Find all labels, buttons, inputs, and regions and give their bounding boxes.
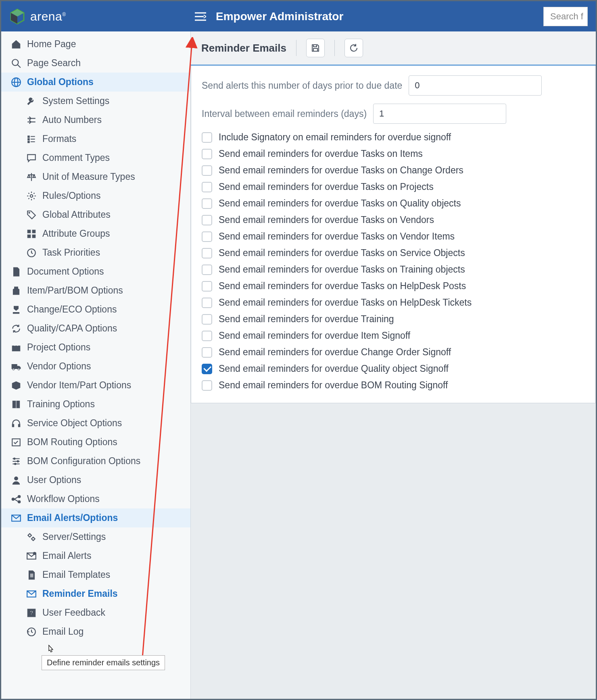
checkbox[interactable] [202, 198, 212, 209]
clock-icon [26, 248, 37, 258]
alert-icon [26, 551, 37, 561]
checkbox[interactable] [202, 231, 212, 242]
nav-label: Email Log [42, 626, 83, 637]
svg-line-7 [17, 65, 21, 68]
nav-section[interactable]: Vendor Options [1, 357, 190, 376]
svg-point-6 [12, 59, 18, 65]
nav-page-search[interactable]: Page Search [1, 54, 190, 73]
svg-point-19 [13, 368, 14, 370]
nav-section[interactable]: BOM Routing Options [1, 433, 190, 452]
svg-point-20 [18, 368, 19, 370]
nav-sub-item[interactable]: Server/Settings [1, 527, 190, 546]
checkbox[interactable] [202, 132, 212, 143]
checkbox-label: Send email reminders for overdue Tasks o… [219, 198, 461, 209]
nav-section[interactable]: Workflow Options [1, 490, 190, 508]
change-icon [11, 304, 21, 315]
checkbox-row: Send email reminders for overdue Tasks o… [202, 231, 585, 242]
nav-label: Vendor Options [27, 361, 91, 372]
numbers-icon [26, 115, 37, 125]
nav-sub-item[interactable]: Task Priorities [1, 243, 190, 262]
refresh-icon [349, 43, 359, 53]
checkbox[interactable] [202, 149, 212, 159]
checkbox-label: Send email reminders for overdue Tasks o… [219, 165, 463, 176]
route-icon [11, 437, 21, 448]
days-prior-input[interactable] [409, 75, 542, 96]
menu-toggle-icon[interactable] [195, 12, 206, 21]
nav-section[interactable]: Service Object Options [1, 414, 190, 433]
brand-name: arena® [30, 10, 66, 23]
checkbox-row: Send email reminders for overdue Tasks o… [202, 148, 585, 159]
refresh-button[interactable] [344, 39, 363, 57]
history-icon [26, 627, 37, 637]
checkbox-label: Send email reminders for overdue Tasks o… [219, 215, 434, 225]
nav-sub-item[interactable]: Comment Types [1, 148, 190, 167]
svg-point-26 [15, 463, 16, 465]
nav-section[interactable]: Quality/CAPA Options [1, 319, 190, 338]
nav-label: Home Page [27, 39, 76, 50]
checkbox[interactable] [202, 331, 212, 341]
nav-sub-item[interactable]: System Settings [1, 92, 190, 110]
nav-label: Document Options [27, 266, 104, 277]
nav-sub-item[interactable]: Global Attributes [1, 205, 190, 224]
nav-label: Global Options [27, 77, 94, 88]
nav-label: Quality/CAPA Options [27, 323, 117, 334]
checkbox[interactable] [202, 314, 212, 325]
nav-sub-item[interactable]: Auto Numbers [1, 110, 190, 129]
nav-sub-item[interactable]: Formats [1, 129, 190, 148]
gear-icon [26, 191, 37, 201]
nav-sub-item[interactable]: ? User Feedback [1, 603, 190, 622]
nav-section[interactable]: Document Options [1, 262, 190, 281]
checkbox[interactable] [202, 182, 212, 192]
item-icon [11, 285, 21, 296]
nav-section[interactable]: Change/ECO Options [1, 300, 190, 319]
nav-section[interactable]: Training Options [1, 395, 190, 414]
checkbox[interactable] [202, 165, 212, 176]
home-icon [11, 39, 21, 50]
nav-email-alerts-options[interactable]: Email Alerts/Options [1, 508, 190, 527]
nav-section[interactable]: Vendor Item/Part Options [1, 376, 190, 395]
checkbox-label: Include Signatory on email reminders for… [219, 132, 451, 143]
checkbox[interactable] [202, 281, 212, 292]
gears-icon [26, 532, 37, 542]
nav-global-options[interactable]: Global Options [1, 73, 190, 92]
save-button[interactable] [306, 39, 325, 57]
nav-sub-item[interactable]: Unit of Measure Types [1, 167, 190, 186]
nav-sub-item[interactable]: Email Log [1, 622, 190, 641]
checkbox[interactable] [202, 347, 212, 358]
nav-label: Page Search [27, 58, 81, 69]
checkbox[interactable] [202, 265, 212, 275]
checkbox-label: Send email reminders for overdue Quality… [219, 363, 449, 374]
checkbox[interactable] [202, 364, 212, 374]
settings-panel: Send alerts this number of days prior to… [191, 66, 596, 403]
nav-sub-item[interactable]: Attribute Groups [1, 224, 190, 243]
checkbox-label: Send email reminders for overdue Tasks o… [219, 297, 472, 308]
checkbox[interactable] [202, 248, 212, 258]
nav-sub-item[interactable]: Rules/Options [1, 186, 190, 205]
nav-sub-item[interactable]: Email Templates [1, 565, 190, 584]
nav-section[interactable]: Project Options [1, 338, 190, 357]
search-input[interactable]: Search f [543, 7, 588, 26]
checkbox[interactable] [202, 298, 212, 308]
nav-section[interactable]: Item/Part/BOM Options [1, 281, 190, 300]
checkbox[interactable] [202, 215, 212, 225]
nav-sub-item[interactable]: Reminder Emails [1, 584, 190, 603]
interval-input[interactable] [373, 104, 506, 124]
comment-icon [26, 153, 37, 163]
checkbox-row: Send email reminders for overdue Quality… [202, 363, 585, 374]
sliders-icon [11, 456, 21, 467]
svg-point-33 [32, 538, 35, 540]
nav-label: Comment Types [42, 152, 110, 163]
checkbox[interactable] [202, 380, 212, 391]
checkbox-label: Send email reminders for overdue Tasks o… [219, 181, 434, 192]
nav-sub-item[interactable]: Email Alerts [1, 546, 190, 565]
nav-section[interactable]: User Options [1, 471, 190, 490]
svg-rect-22 [18, 424, 20, 427]
headset-icon [11, 418, 21, 429]
nav-home[interactable]: Home Page [1, 35, 190, 54]
svg-point-29 [18, 495, 21, 498]
checkbox-row: Send email reminders for overdue BOM Rou… [202, 380, 585, 391]
save-icon [311, 43, 320, 53]
checkbox-label: Send email reminders for overdue Tasks o… [219, 148, 423, 159]
nav-label: Training Options [27, 399, 95, 410]
nav-section[interactable]: BOM Configuration Options [1, 452, 190, 471]
